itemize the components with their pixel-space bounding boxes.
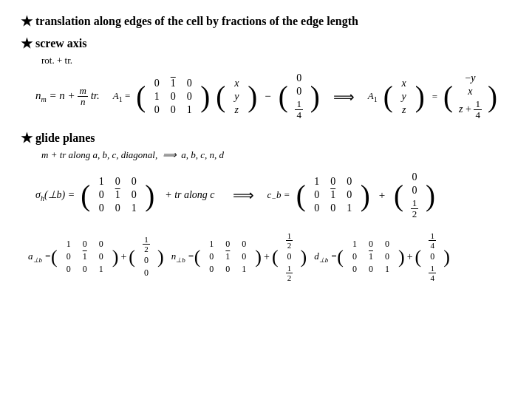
bracket-left: (: [136, 82, 146, 111]
trans-grid: 0 0 14: [290, 69, 309, 124]
rf1: x: [459, 86, 482, 98]
plus-n: +: [264, 251, 270, 263]
y-cell: y: [231, 91, 242, 103]
bracket-l3: (: [394, 181, 403, 210]
c-minus-matrix: ( 1 0 0 0 1 0 0 0 1 ): [296, 173, 370, 217]
d-t-grid: 14 0 14: [423, 228, 442, 285]
sh11: 1: [112, 189, 123, 201]
n02: 0: [239, 239, 249, 250]
t0: 0: [294, 72, 304, 84]
nt2: 12: [284, 264, 295, 282]
a1-result-label: A1: [368, 90, 378, 103]
xyz-vector: ( x y z ): [216, 75, 257, 119]
c-minus-label: c−b =: [267, 189, 290, 202]
bracket-right-5: ): [488, 82, 497, 111]
ct2: 12: [409, 198, 420, 220]
m20: 0: [151, 104, 162, 116]
n-t-grid: 12 0 12: [280, 228, 299, 285]
sh22: 1: [129, 202, 139, 214]
n22: 1: [239, 264, 249, 275]
screw-matrix-a1: ( 0 1 0 1 0 0 0 0 1 ): [136, 75, 210, 119]
ct0: 0: [409, 171, 420, 183]
r0: x: [399, 78, 409, 89]
d21: 0: [366, 264, 376, 275]
dt1: 0: [427, 251, 437, 262]
d12: 0: [382, 251, 392, 262]
rf0: −y: [459, 72, 482, 84]
m00: 0: [151, 78, 162, 89]
bl3: (: [194, 248, 201, 267]
n-matrix: ( 1 0 0 0 1 0 0 0 1 ): [194, 236, 262, 278]
a21: 0: [80, 264, 90, 275]
d02: 0: [382, 239, 392, 250]
a-trans: ( 12 0 0 ): [129, 232, 163, 282]
n-grid: 1 0 0 0 1 0 0 0 1: [202, 236, 253, 278]
result-matrix-full: ( −y x z + 14 ): [443, 69, 497, 124]
z-cell: z: [231, 104, 242, 116]
nm-formula: nm = n + m n tr.: [35, 86, 100, 108]
translation-section: ★ translation along edges of the cell by…: [21, 13, 511, 30]
bl4: (: [272, 248, 279, 267]
br2: ): [157, 248, 164, 267]
sh10: 0: [96, 189, 106, 201]
bracket-right: ): [200, 82, 210, 111]
n-trans: ( 12 0 12 ): [272, 228, 307, 285]
n20: 0: [206, 264, 216, 275]
cm00: 1: [312, 176, 322, 188]
cm20: 0: [312, 202, 322, 214]
n-item: n⊥b = ( 1 0 0 0 1 0 0 0 1 ): [171, 228, 307, 285]
cm10: 0: [312, 189, 322, 201]
sh21: 0: [112, 202, 123, 214]
d-matrix: ( 1 0 0 0 1 0 0 0 1 ): [337, 236, 404, 278]
a11: 1: [80, 251, 90, 262]
bracket-l2: (: [296, 181, 306, 210]
dt0: 14: [427, 231, 437, 250]
br4: ): [301, 248, 307, 267]
glide-planes-section: ★ glide planes m + tr along a, b, c, dia…: [21, 130, 511, 286]
d-trans: ( 14 0 14 ): [415, 228, 450, 285]
d00: 1: [349, 239, 360, 250]
result-grid: x y z: [395, 75, 414, 119]
a-t-grid: 12 0 0: [137, 232, 156, 282]
bl: (: [51, 248, 58, 267]
bracket-r2: ): [361, 181, 370, 210]
glide-planes-title: ★ glide planes: [21, 130, 511, 146]
x-cell: x: [231, 78, 242, 89]
c-trans-vector: ( 0 0 12 ): [394, 168, 435, 223]
a-label: a⊥b =: [28, 250, 51, 264]
bl5: (: [337, 248, 344, 267]
plus-d: +: [407, 251, 413, 263]
a02: 0: [96, 239, 106, 250]
m12: 0: [184, 91, 194, 103]
d11: 1: [366, 251, 376, 262]
plus-sign-c: +: [379, 189, 385, 202]
nt1: 0: [284, 251, 295, 262]
a10: 0: [64, 251, 74, 262]
m11: 0: [168, 91, 178, 103]
bracket-right-2: ): [248, 82, 257, 111]
a-matrix: ( 1 0 0 0 1 0 0 0 1 ): [51, 236, 118, 278]
a-item: a⊥b = ( 1 0 0 0 1 0 0 0 1 ): [28, 228, 164, 285]
cm21: 0: [328, 202, 338, 214]
at1: 0: [141, 255, 151, 266]
a1-label: A1 =: [113, 90, 131, 103]
t2: 14: [294, 99, 304, 121]
screw-axis-label: screw axis: [35, 37, 86, 50]
star-icon-3: ★: [21, 130, 33, 146]
trans-vector-a1: ( 0 0 14 ): [279, 69, 320, 124]
br: ): [112, 248, 119, 267]
bracket-r: ): [145, 181, 154, 210]
t1: 0: [294, 86, 304, 98]
d22: 1: [382, 264, 392, 275]
n21: 0: [222, 264, 233, 275]
rot-tr-label: rot. + tr.: [41, 55, 511, 66]
bracket-right-3: ): [310, 82, 320, 111]
bl6: (: [415, 248, 422, 267]
plus-tr-c: + tr along c: [165, 189, 214, 201]
frac-m-n: m n: [78, 86, 87, 108]
at2: 0: [141, 267, 151, 279]
d20: 0: [349, 264, 360, 275]
cm11: 1: [328, 189, 338, 201]
at0: 12: [141, 235, 151, 253]
d-grid: 1 0 0 0 1 0 0 0 1: [345, 236, 397, 278]
